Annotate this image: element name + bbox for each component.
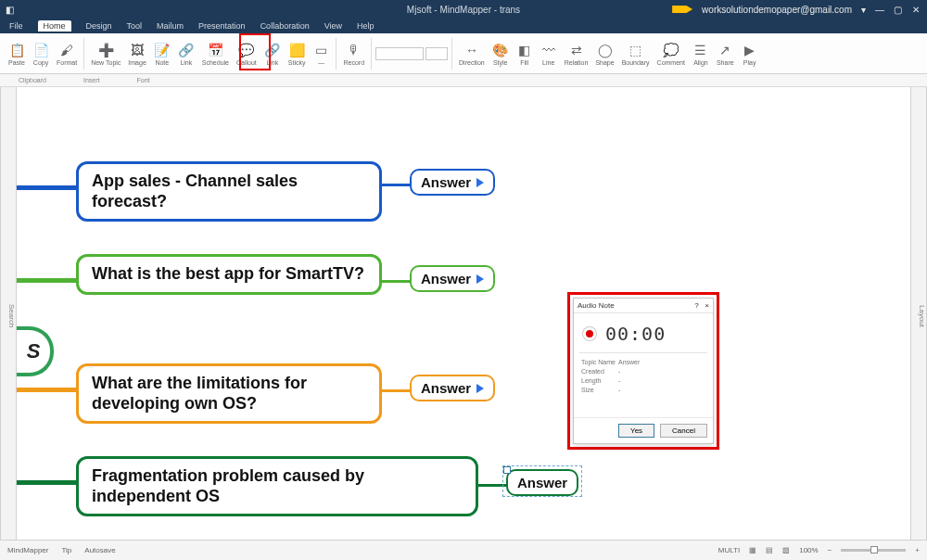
shape-button[interactable]: ◯Shape — [592, 40, 616, 68]
ribbon-group-insert: Insert — [83, 77, 100, 83]
record-indicator-icon[interactable] — [583, 327, 596, 340]
topic-node-0[interactable]: App sales - Channel sales forecast? — [76, 161, 382, 222]
canvas[interactable]: S Audio Note ? × 00:00 Topic Name — [17, 87, 910, 540]
menu-design[interactable]: Design — [86, 21, 112, 31]
play-icon[interactable] — [476, 178, 484, 187]
comment-button-label: Comment — [657, 59, 685, 66]
schedule-button[interactable]: 📅Schedule — [199, 40, 232, 68]
menu-tool[interactable]: Tool — [127, 21, 143, 31]
menu-presentation[interactable]: Presentation — [198, 21, 246, 31]
topic-node-2[interactable]: What are the limitations for developing … — [76, 363, 382, 424]
window-title: Mjsoft - MindMapper - trans — [407, 5, 520, 15]
image-icon: 🖼 — [129, 42, 146, 58]
play-ribbon-button[interactable]: ▶Play — [739, 40, 761, 68]
menu-view[interactable]: View — [324, 21, 342, 31]
ribbon-separator — [336, 38, 337, 70]
dialog-cancel-button[interactable]: Cancel — [660, 424, 707, 438]
zoom-slider-thumb[interactable] — [870, 546, 878, 554]
font-size-input[interactable] — [425, 47, 448, 60]
sidebar-tab-r1[interactable]: Layout — [918, 305, 926, 327]
right-sidebar[interactable]: Layout Attachments — [910, 87, 927, 540]
sidebar-tab-2[interactable]: Task — [0, 309, 2, 324]
menu-collaboration[interactable]: Collaboration — [260, 21, 310, 31]
schedule-icon: 📅 — [207, 42, 223, 58]
align-button[interactable]: ☰Align — [690, 40, 712, 68]
share-button[interactable]: ↗Share — [714, 40, 737, 68]
dialog-field-1-value: - — [618, 368, 705, 375]
branch-connector-0 — [17, 185, 76, 190]
play-icon[interactable] — [476, 274, 484, 284]
selection-outline — [502, 465, 582, 497]
dialog-help-button[interactable]: ? — [694, 301, 698, 310]
view-mode-icon-3[interactable]: ▧ — [782, 546, 790, 554]
dialog-ok-button[interactable]: Yes — [618, 424, 654, 438]
image-button-label: Image — [128, 59, 146, 66]
titlebar: ◧ Mjsoft - MindMapper - trans worksoluti… — [0, 0, 927, 19]
schedule-button-label: Schedule — [202, 59, 229, 66]
new-topic-button[interactable]: ➕New Topic — [88, 40, 123, 68]
sticky-button[interactable]: 🟨Sticky — [286, 40, 309, 68]
paste-button-label: Paste — [8, 59, 25, 66]
ribbon-separator — [83, 38, 84, 70]
brand-arrow-icon — [672, 6, 692, 13]
answer-node-0-label: Answer — [421, 174, 471, 190]
direction-button[interactable]: ↔Direction — [456, 40, 488, 68]
dialog-timer: 00:00 — [605, 323, 666, 345]
zoom-out-button[interactable]: − — [828, 546, 832, 554]
relation-button[interactable]: ⇄Relation — [562, 40, 591, 68]
relation-icon: ⇄ — [568, 42, 585, 58]
ribbon-separator — [451, 38, 452, 70]
dialog-close-button[interactable]: × — [705, 301, 709, 310]
minimize-button[interactable]: — — [875, 5, 884, 14]
root-node[interactable]: S — [17, 326, 54, 376]
user-dropdown-icon[interactable]: ▾ — [861, 5, 866, 15]
dialog-field-1-label: Created — [581, 368, 618, 375]
left-sidebar[interactable]: Search Task — [0, 87, 17, 540]
menu-file[interactable]: File — [9, 21, 23, 31]
boundary-button[interactable]: ⬚Boundary — [619, 40, 653, 68]
fill-button[interactable]: ◧Fill — [514, 40, 536, 68]
divider-button[interactable]: ▭— — [310, 40, 332, 68]
ribbon-group-clipboard: Clipboard — [19, 77, 46, 83]
note-button[interactable]: 📝Note — [151, 40, 173, 68]
new-topic-icon: ➕ — [97, 42, 114, 58]
format-button[interactable]: 🖌Format — [54, 40, 80, 68]
workspace: Search Task S Audio Note ? × 00:00 — [0, 87, 927, 540]
sidebar-tab-1[interactable]: Search — [7, 304, 16, 327]
topic-node-2-text: What are the limitations for developing … — [92, 374, 307, 413]
zoom-in-button[interactable]: + — [915, 546, 920, 554]
topic-node-3[interactable]: Fragmentation problem caused by independ… — [76, 456, 478, 516]
topic-node-3-text: Fragmentation problem caused by independ… — [92, 466, 364, 505]
menu-mailum[interactable]: Mailum — [157, 21, 184, 31]
view-mode-icon-2[interactable]: ▤ — [766, 546, 773, 554]
relation-button-label: Relation — [565, 59, 589, 66]
comment-button[interactable]: 💭Comment — [654, 40, 688, 68]
answer-node-2[interactable]: Answer — [410, 375, 495, 401]
zoom-slider[interactable] — [841, 549, 906, 552]
menu-home[interactable]: Home — [38, 20, 71, 32]
shape-icon: ◯ — [597, 42, 614, 58]
root-node-label: S — [27, 339, 41, 363]
dialog-highlight: Audio Note ? × 00:00 Topic NameAnswerCre… — [567, 292, 719, 450]
font-family-input[interactable] — [375, 47, 424, 60]
copy-button[interactable]: 📄Copy — [30, 40, 52, 68]
close-window-button[interactable]: ✕ — [912, 5, 921, 14]
maximize-button[interactable]: ▢ — [894, 5, 903, 14]
play-icon[interactable] — [476, 384, 484, 393]
answer-node-0[interactable]: Answer — [410, 169, 495, 196]
paste-button[interactable]: 📋Paste — [6, 40, 28, 68]
menu-help[interactable]: Help — [357, 21, 375, 31]
view-mode-icon-1[interactable]: ▦ — [749, 546, 756, 554]
link-button[interactable]: 🔗Link — [261, 40, 284, 68]
topic-node-1[interactable]: What is the best app for SmartTV? — [76, 254, 382, 295]
answer-node-1[interactable]: Answer — [410, 265, 495, 292]
line-button[interactable]: 〰Line — [538, 40, 560, 68]
image-button[interactable]: 🖼Image — [125, 40, 148, 68]
fill-icon: ◧ — [516, 42, 533, 58]
callout-button[interactable]: 💬Callout — [234, 40, 260, 68]
style-button[interactable]: 🎨Style — [489, 40, 512, 68]
linkage-button[interactable]: 🔗Link — [175, 40, 197, 68]
record-button[interactable]: 🎙Record — [340, 40, 367, 68]
audio-note-dialog: Audio Note ? × 00:00 Topic NameAnswerCre… — [573, 298, 714, 444]
user-email[interactable]: worksolutiondemopaper@gmail.com — [702, 5, 852, 15]
